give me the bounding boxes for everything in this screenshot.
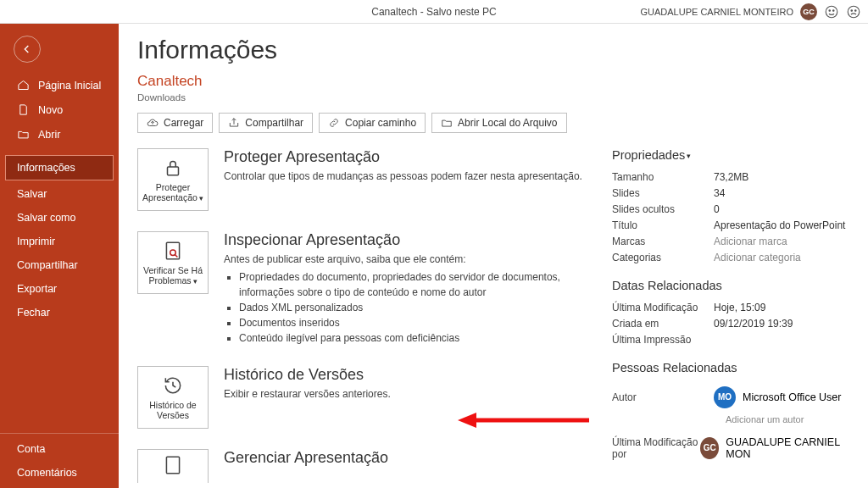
window-title: Canaltech - Salvo neste PC (371, 6, 496, 18)
nav-home-label: Página Inicial (38, 80, 101, 92)
nav-open-label: Abrir (38, 129, 60, 141)
history-icon (162, 374, 184, 396)
manage-presentation-button[interactable] (137, 449, 209, 483)
nav-feedback[interactable]: Comentários (0, 461, 119, 485)
nav-open[interactable]: Abrir (0, 122, 119, 147)
prop-printed-k: Última Impressão (612, 334, 714, 346)
author-avatar: MO (714, 386, 736, 408)
inspect-icon (162, 240, 184, 262)
nav-export[interactable]: Exportar (0, 277, 119, 301)
prop-slides-k: Slides (612, 187, 714, 199)
feedback-frown-icon[interactable] (846, 4, 861, 19)
new-icon (17, 103, 30, 116)
account-avatar[interactable]: GC (800, 3, 817, 20)
prop-hidden-v: 0 (714, 203, 720, 215)
open-icon (17, 128, 30, 141)
nav-info[interactable]: Informações (5, 155, 114, 180)
inspect-bullet: Conteúdo ilegível para pessoas com defic… (239, 330, 587, 346)
prop-created-v: 09/12/2019 19:39 (714, 318, 793, 330)
feedback-smile-icon[interactable] (824, 4, 839, 19)
prop-slides-v: 34 (714, 187, 725, 199)
prop-tags-k: Marcas (612, 236, 714, 247)
nav-saveas[interactable]: Salvar como (0, 206, 119, 230)
history-desc: Exibir e restaurar versões anteriores. (224, 387, 391, 401)
prop-title-v[interactable]: Apresentação do PowerPoint (714, 219, 845, 231)
svg-point-1 (829, 9, 831, 11)
prop-hidden-k: Slides ocultos (612, 203, 714, 215)
author-name: Microsoft Office User (743, 391, 841, 403)
backstage-sidebar: Página Inicial Novo Abrir Informações Sa… (0, 24, 119, 488)
protect-presentation-button[interactable]: Proteger Apresentação▾ (137, 148, 209, 211)
nav-account[interactable]: Conta (0, 437, 119, 461)
prop-created-k: Criada em (612, 318, 714, 330)
history-title: Histórico de Versões (224, 366, 391, 384)
prop-cat-k: Categorias (612, 252, 714, 263)
nav-close[interactable]: Fechar (0, 301, 119, 324)
link-icon (328, 117, 340, 129)
document-path: Downloads (137, 92, 848, 103)
prop-modby-k: Última Modificação por (612, 436, 700, 460)
nav-info-label: Informações (17, 162, 75, 174)
prop-size-v: 73,2MB (714, 171, 748, 183)
nav-home[interactable]: Página Inicial (0, 73, 119, 97)
author-person[interactable]: MO Microsoft Office User (714, 384, 841, 411)
nav-new[interactable]: Novo (0, 97, 119, 122)
cloud-upload-icon (147, 117, 159, 129)
nav-print-label: Imprimir (17, 236, 55, 247)
svg-rect-6 (168, 167, 179, 175)
svg-point-4 (851, 9, 853, 11)
inspect-title: Inspecionar Apresentação (224, 231, 587, 249)
page-title: Informações (137, 36, 848, 64)
prop-mod-v: Hoje, 15:09 (714, 302, 765, 313)
share-icon (228, 117, 240, 129)
modby-avatar: GC (700, 437, 719, 459)
lock-icon (162, 157, 184, 179)
nav-save-label: Salvar (17, 188, 47, 200)
document-name: Canaltech (137, 73, 848, 90)
check-issues-button[interactable]: Verificar Se Há Problemas▾ (137, 231, 209, 294)
open-location-button[interactable]: Abrir Local do Arquivo (431, 113, 566, 133)
properties-header[interactable]: Propriedades▾ (612, 148, 848, 162)
copy-path-button[interactable]: Copiar caminho (319, 113, 426, 133)
related-dates-header: Datas Relacionadas (612, 279, 848, 292)
prop-size-k: Tamanho (612, 171, 714, 183)
nav-save[interactable]: Salvar (0, 182, 119, 206)
prop-title-k: Título (612, 219, 714, 231)
protect-title: Proteger Apresentação (224, 148, 582, 166)
modby-person[interactable]: GC GUADALUPE CARNIEL MON (700, 434, 848, 463)
nav-share-label: Compartilhar (17, 259, 78, 271)
prop-author-k: Autor (612, 391, 714, 403)
svg-point-5 (855, 9, 857, 11)
prop-tags-v[interactable]: Adicionar marca (714, 236, 787, 247)
manage-icon (162, 454, 184, 476)
share-button[interactable]: Compartilhar (219, 113, 313, 133)
prop-mod-k: Última Modificação (612, 302, 714, 313)
nav-print[interactable]: Imprimir (0, 230, 119, 253)
inspect-bullet: Propriedades do documento, propriedades … (239, 269, 587, 300)
svg-point-3 (848, 6, 860, 18)
nav-export-label: Exportar (17, 283, 57, 295)
svg-point-2 (833, 9, 835, 11)
account-name[interactable]: GUADALUPE CARNIEL MONTEIRO (640, 7, 793, 17)
nav-new-label: Novo (38, 104, 63, 116)
back-button[interactable] (14, 36, 41, 63)
related-people-header: Pessoas Relacionadas (612, 361, 848, 374)
version-history-button[interactable]: Histórico de Versões (137, 366, 209, 429)
folder-icon (441, 117, 453, 129)
manage-title: Gerenciar Apresentação (224, 449, 388, 467)
svg-point-0 (826, 6, 837, 18)
home-icon (17, 79, 30, 92)
nav-close-label: Fechar (17, 307, 50, 319)
nav-share[interactable]: Compartilhar (0, 253, 119, 277)
nav-saveas-label: Salvar como (17, 212, 75, 224)
inspect-bullet: Documentos inseridos (239, 315, 587, 330)
inspect-bullet: Dados XML personalizados (239, 300, 587, 315)
svg-rect-9 (166, 457, 179, 474)
inspect-lead: Antes de publicar este arquivo, saiba qu… (224, 252, 587, 266)
upload-button[interactable]: Carregar (137, 113, 213, 133)
nav-feedback-label: Comentários (17, 467, 77, 479)
add-author-button[interactable]: Adicionar um autor (726, 414, 848, 424)
protect-desc: Controlar que tipos de mudanças as pesso… (224, 169, 582, 183)
modby-name: GUADALUPE CARNIEL MON (726, 436, 848, 460)
prop-cat-v[interactable]: Adicionar categoria (714, 252, 801, 263)
